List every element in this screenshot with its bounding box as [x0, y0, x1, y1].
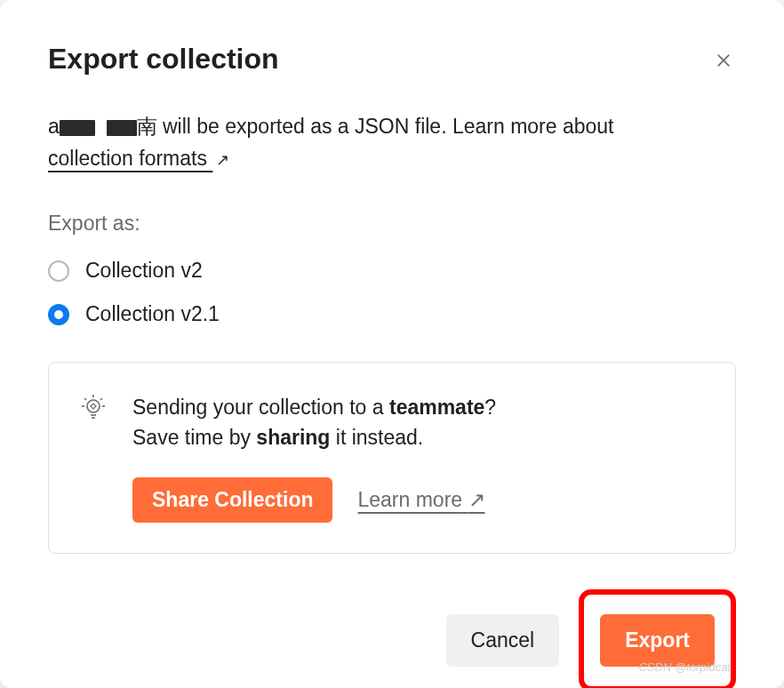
radio-option-v21[interactable]: Collection v2.1: [48, 302, 736, 326]
cancel-button[interactable]: Cancel: [446, 614, 560, 667]
redacted-text: [107, 120, 137, 136]
modal-footer: Cancel Export: [48, 589, 736, 688]
share-info-box: Sending your collection to a teammate? S…: [48, 362, 736, 554]
radio-icon: [48, 304, 69, 325]
export-description: a 南 will be exported as a JSON file. Lea…: [48, 111, 736, 174]
export-format-radio-group: Collection v2 Collection v2.1: [48, 259, 736, 326]
desc-mid: 南: [137, 115, 157, 138]
info-actions: Share Collection Learn more ↗: [132, 477, 705, 523]
learn-more-link[interactable]: Learn more ↗: [357, 488, 484, 512]
radio-label: Collection v2.1: [85, 302, 220, 326]
lightbulb-icon: [79, 393, 108, 421]
radio-label: Collection v2: [85, 259, 203, 283]
info-content: Sending your collection to a teammate? S…: [132, 393, 705, 523]
export-as-label: Export as:: [48, 212, 736, 236]
svg-line-3: [84, 398, 86, 400]
radio-option-v2[interactable]: Collection v2: [48, 259, 736, 283]
redacted-text: [60, 120, 95, 136]
desc-text: will be exported as a JSON file. Learn m…: [157, 115, 614, 138]
info-text: Sending your collection to a teammate? S…: [132, 393, 705, 452]
export-button[interactable]: Export: [600, 614, 715, 667]
desc-prefix: a: [48, 115, 60, 138]
close-button[interactable]: [711, 48, 736, 73]
modal-title: Export collection: [48, 43, 736, 76]
close-icon: [715, 52, 732, 69]
export-collection-modal: Export collection a 南 will be exported a…: [0, 0, 784, 688]
share-collection-button[interactable]: Share Collection: [132, 477, 332, 523]
radio-icon: [48, 260, 69, 282]
watermark: CSDN @torpidcat: [638, 660, 731, 674]
svg-point-7: [87, 400, 100, 412]
collection-formats-link[interactable]: collection formats: [48, 147, 212, 170]
external-link-icon: ↗: [468, 488, 485, 511]
external-link-icon: ↗: [216, 148, 229, 173]
svg-line-4: [100, 398, 102, 400]
